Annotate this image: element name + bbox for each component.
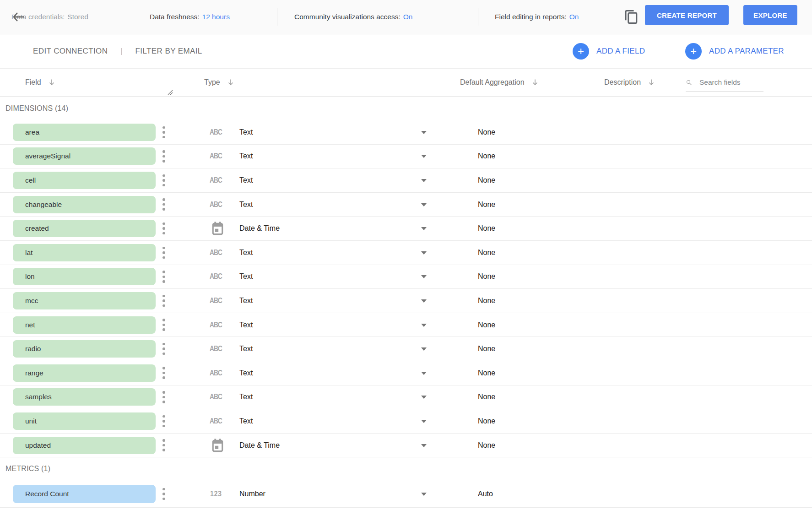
field-name-pill[interactable]: lon xyxy=(13,268,156,285)
field-name-pill[interactable]: range xyxy=(13,364,156,382)
field-type-label[interactable]: Text xyxy=(239,321,253,329)
field-type-label[interactable]: Text xyxy=(239,417,253,425)
type-dropdown-arrow-icon[interactable] xyxy=(421,493,427,496)
filter-by-email-link[interactable]: FILTER BY EMAIL xyxy=(135,47,202,56)
default-aggregation-value[interactable]: None xyxy=(478,321,495,329)
type-dropdown-arrow-icon[interactable] xyxy=(421,420,427,423)
type-dropdown-arrow-icon[interactable] xyxy=(421,324,427,327)
explore-button[interactable]: EXPLORE xyxy=(743,5,797,25)
field-type-label[interactable]: Text xyxy=(239,297,253,305)
field-type-label[interactable]: Number xyxy=(239,490,265,498)
field-options-kebab-icon[interactable] xyxy=(161,270,167,283)
field-options-kebab-icon[interactable] xyxy=(161,149,167,163)
create-report-button[interactable]: CREATE REPORT xyxy=(645,5,729,25)
type-dropdown-arrow-icon[interactable] xyxy=(421,203,427,206)
field-type-label[interactable]: Text xyxy=(239,272,253,281)
field-options-kebab-icon[interactable] xyxy=(161,174,167,187)
default-aggregation-value[interactable]: None xyxy=(478,176,495,184)
default-aggregation-value[interactable]: None xyxy=(478,152,495,160)
default-aggregation-value[interactable]: None xyxy=(478,393,495,401)
type-dropdown-arrow-icon[interactable] xyxy=(421,347,427,351)
type-dropdown-arrow-icon[interactable] xyxy=(421,396,427,399)
field-name-pill[interactable]: created xyxy=(13,220,156,237)
field-row: mcc ABC 123 Text None xyxy=(0,289,812,313)
field-type-label[interactable]: Date & Time xyxy=(239,441,280,450)
field-name-pill[interactable]: area xyxy=(13,124,156,141)
data-freshness-control[interactable]: Data freshness: 12 hours xyxy=(150,0,230,34)
column-header-default-aggregation[interactable]: Default Aggregation xyxy=(460,69,539,96)
column-header-type[interactable]: Type xyxy=(204,69,235,96)
field-options-kebab-icon[interactable] xyxy=(161,222,167,235)
field-type-label[interactable]: Text xyxy=(239,249,253,257)
default-aggregation-value[interactable]: None xyxy=(478,297,495,305)
field-editing-value[interactable]: On xyxy=(569,13,579,21)
type-dropdown-arrow-icon[interactable] xyxy=(421,299,427,303)
field-type-label[interactable]: Text xyxy=(239,393,253,401)
add-a-parameter-button[interactable]: + ADD A PARAMETER xyxy=(685,34,784,68)
field-options-kebab-icon[interactable] xyxy=(161,246,167,260)
default-aggregation-value[interactable]: Auto xyxy=(478,490,493,498)
field-name-pill[interactable]: unit xyxy=(13,412,156,430)
back-button[interactable] xyxy=(11,11,26,24)
field-options-kebab-icon[interactable] xyxy=(161,318,167,332)
type-dropdown-arrow-icon[interactable] xyxy=(421,155,427,158)
default-aggregation-value[interactable]: None xyxy=(478,224,495,233)
field-options-kebab-icon[interactable] xyxy=(161,390,167,404)
sort-down-icon[interactable] xyxy=(647,78,655,87)
type-dropdown-arrow-icon[interactable] xyxy=(421,179,427,182)
type-dropdown-arrow-icon[interactable] xyxy=(421,131,427,134)
field-options-kebab-icon[interactable] xyxy=(161,439,167,452)
default-aggregation-value[interactable]: None xyxy=(478,272,495,281)
sort-down-icon[interactable] xyxy=(531,78,539,87)
field-options-kebab-icon[interactable] xyxy=(161,342,167,356)
field-options-kebab-icon[interactable] xyxy=(161,487,167,501)
column-header-description[interactable]: Description xyxy=(604,69,655,96)
field-name-pill[interactable]: cell xyxy=(13,172,156,189)
edit-connection-link[interactable]: EDIT CONNECTION xyxy=(33,47,108,56)
field-type-label[interactable]: Text xyxy=(239,369,253,377)
default-aggregation-value[interactable]: None xyxy=(478,128,495,136)
default-aggregation-value[interactable]: None xyxy=(478,441,495,450)
sort-down-icon[interactable] xyxy=(227,78,235,87)
field-options-kebab-icon[interactable] xyxy=(161,294,167,308)
field-options-kebab-icon[interactable] xyxy=(161,198,167,212)
community-visualizations-value[interactable]: On xyxy=(403,13,413,21)
column-resize-handle[interactable] xyxy=(167,89,173,95)
community-visualizations-control[interactable]: Community visualizations access: On xyxy=(294,0,412,34)
type-dropdown-arrow-icon[interactable] xyxy=(421,444,427,447)
field-name-pill[interactable]: averageSignal xyxy=(13,147,156,165)
type-dropdown-arrow-icon[interactable] xyxy=(421,372,427,375)
field-name-pill[interactable]: Record Count xyxy=(13,485,156,503)
field-type-label[interactable]: Date & Time xyxy=(239,224,280,233)
field-type-label[interactable]: Text xyxy=(239,128,253,136)
field-name-pill[interactable]: net xyxy=(13,316,156,334)
field-name-pill[interactable]: changeable xyxy=(13,196,156,213)
type-dropdown-arrow-icon[interactable] xyxy=(421,275,427,278)
field-type-label[interactable]: Text xyxy=(239,345,253,353)
type-dropdown-arrow-icon[interactable] xyxy=(421,227,427,230)
field-options-kebab-icon[interactable] xyxy=(161,414,167,428)
copy-datasource-button[interactable] xyxy=(622,7,641,27)
column-header-field[interactable]: Field xyxy=(25,69,56,96)
field-type-label[interactable]: Text xyxy=(239,176,253,184)
field-name-pill[interactable]: radio xyxy=(13,340,156,358)
field-type-label[interactable]: Text xyxy=(239,201,253,209)
field-options-kebab-icon[interactable] xyxy=(161,366,167,380)
type-dropdown-arrow-icon[interactable] xyxy=(421,251,427,255)
field-options-kebab-icon[interactable] xyxy=(161,125,167,139)
field-name-pill[interactable]: samples xyxy=(13,388,156,406)
default-aggregation-value[interactable]: None xyxy=(478,201,495,209)
field-name-pill[interactable]: lat xyxy=(13,244,156,261)
field-name-pill[interactable]: mcc xyxy=(13,292,156,309)
default-aggregation-value[interactable]: None xyxy=(478,249,495,257)
default-aggregation-value[interactable]: None xyxy=(478,417,495,425)
field-name-pill[interactable]: updated xyxy=(13,437,156,454)
field-type-label[interactable]: Text xyxy=(239,152,253,160)
data-freshness-value[interactable]: 12 hours xyxy=(202,13,230,21)
default-aggregation-value[interactable]: None xyxy=(478,345,495,353)
search-fields-input[interactable] xyxy=(699,78,763,87)
default-aggregation-value[interactable]: None xyxy=(478,369,495,377)
sort-down-icon[interactable] xyxy=(48,78,56,87)
field-editing-control[interactable]: Field editing in reports: On xyxy=(495,0,579,34)
add-a-field-button[interactable]: + ADD A FIELD xyxy=(573,34,645,68)
